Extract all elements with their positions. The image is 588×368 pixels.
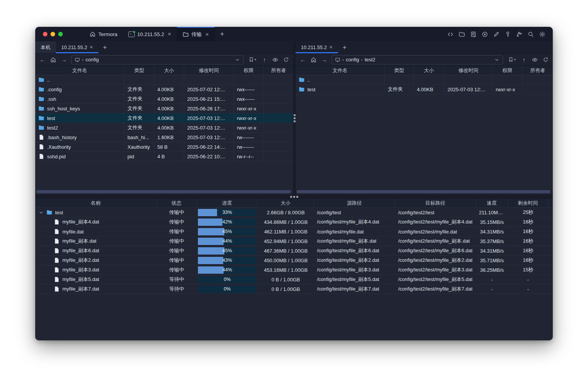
table-row[interactable]: .. [35,75,293,85]
refresh-button[interactable] [541,55,550,64]
column-header-mtime[interactable]: 修改时间 [444,66,493,75]
transfer-row[interactable]: myfile_副本5.dat 等待中 0% 0 B / 1.00GB /conf… [35,275,553,284]
transfer-table-header: 名称 状态 进度 大小 源路径 目标路径 速度 剩余时间 [35,199,553,208]
progress-bar: 0% [198,276,256,283]
status-badge: 传输中 [169,219,184,225]
branch-icon[interactable] [514,29,524,39]
column-header-owner[interactable]: 所有者 [523,66,553,75]
table-row[interactable]: test 文件夹 4.00KB 2025-07-03 12:... rwxr-x… [296,85,553,94]
record-icon[interactable] [479,29,490,39]
show-hidden-button[interactable] [530,55,540,64]
table-row-selected[interactable]: test 文件夹 4.00KB 2025-07-03 12:... rwxr-x… [35,113,293,123]
column-header-size[interactable]: 大小 [414,66,444,75]
right-horizontal-scrollbar[interactable] [297,190,550,193]
table-row[interactable]: .config 文件夹 4.00KB 2025-07-02 12:... rwx… [35,85,293,94]
table-row[interactable]: .bash_history bash_hi... 1.60KB 2025-07-… [35,133,293,142]
search-icon[interactable] [525,29,536,39]
tab-remote-left[interactable]: 10.211.55.2 ✕ [56,41,98,53]
scrollbar-thumb[interactable] [36,190,291,193]
tab-remote-right[interactable]: 10.211.55.2 ✕ [296,41,338,53]
chevron-down-icon[interactable] [494,57,500,62]
breadcrumb-segment[interactable]: config [346,57,359,62]
column-header-perm[interactable]: 权限 [493,66,523,75]
table-row[interactable]: test2 文件夹 4.00KB 2025-07-03 12:... rwxr-… [35,123,293,133]
transfer-row[interactable]: myfile_副本3.dat 传输中 44% 453.16MB / 1.00GB… [35,265,553,275]
back-button[interactable]: ← [298,55,308,64]
home-button[interactable] [48,55,58,64]
column-header-mtime[interactable]: 修改时间 [184,66,234,75]
column-header-name[interactable]: 名称 [35,199,157,207]
forward-button[interactable]: → [59,55,69,64]
breadcrumb-segment[interactable]: test2 [364,57,375,62]
bookmark-button[interactable]: ▾ [505,55,518,64]
key-icon[interactable] [502,29,513,39]
column-header-size[interactable]: 大小 [258,199,314,207]
left-new-tab-button[interactable]: + [98,41,111,53]
tab-home[interactable]: Termora [84,27,123,41]
transfer-row[interactable]: myfile_副本7.dat 等待中 0% 0 B / 1.00GB /conf… [35,284,553,294]
table-row[interactable]: .. [296,75,553,85]
transfer-row[interactable]: myfile_副本6.dat 传输中 45% 467.36MB / 1.00GB… [35,246,553,256]
column-header-status[interactable]: 状态 [157,199,197,207]
forward-button[interactable]: → [319,55,329,64]
right-breadcrumb[interactable]: › config › test2 [332,55,503,64]
up-directory-button[interactable]: ↑ [260,55,270,64]
left-horizontal-scrollbar[interactable] [36,190,291,193]
new-tab-button[interactable]: + [215,27,230,41]
table-row[interactable]: .ssh 文件夹 4.00KB 2025-06-21 15:... rwx---… [35,94,293,104]
column-header-eta[interactable]: 剩余时间 [508,199,548,207]
tab-server[interactable]: >_ 10.211.55.2 ✕ [123,27,177,41]
column-header-type[interactable]: 类型 [385,66,414,75]
home-button[interactable] [309,55,318,64]
right-new-tab-button[interactable]: + [338,41,351,53]
column-header-name[interactable]: 文件名 [35,66,124,75]
bookmark-button[interactable]: ▾ [246,55,259,64]
close-window-button[interactable] [43,32,47,36]
table-row[interactable]: .Xauthority Xauthority 58 B 2025-06-22 1… [35,142,293,152]
column-header-perm[interactable]: 权限 [234,66,264,75]
breadcrumb-segment[interactable]: config [85,57,99,62]
folder-icon [38,115,44,121]
up-directory-button[interactable]: ↑ [519,55,529,64]
column-header-size[interactable]: 大小 [154,66,184,75]
close-icon[interactable]: ✕ [205,32,209,37]
column-header-target[interactable]: 目标路径 [395,199,476,207]
edit-icon[interactable] [491,29,501,39]
transfer-row[interactable]: myfile_副本4.dat 传输中 42% 434.86MB / 1.00GB… [35,217,553,227]
column-header-name[interactable]: 文件名 [296,66,385,75]
column-header-owner[interactable]: 所有者 [264,66,293,75]
chevron-down-icon[interactable] [235,57,240,62]
transfer-row[interactable]: myfile_副本2.dat 传输中 43% 450.00MB / 1.00GB… [35,256,553,265]
status-badge: 传输中 [169,266,184,273]
close-icon[interactable]: ✕ [90,45,93,50]
show-hidden-button[interactable] [270,55,280,64]
horizontal-splitter[interactable] [35,195,553,199]
chevron-down-icon[interactable] [38,210,44,215]
transfer-row[interactable]: test 传输中 33% 2.66GB / 8.00GB /config/tes… [35,208,553,217]
minimize-window-button[interactable] [51,32,55,36]
settings-icon[interactable] [537,29,547,39]
refresh-button[interactable] [281,55,291,64]
close-icon[interactable]: ✕ [168,31,172,37]
code-icon[interactable] [445,29,456,39]
folder-icon[interactable] [456,29,467,39]
left-breadcrumb[interactable]: › config [71,55,243,64]
transfer-row[interactable]: myfile_副本.dat 传输中 44% 452.94MB / 1.00GB … [35,237,553,246]
back-button[interactable]: ← [38,55,47,64]
traffic-lights [35,27,70,41]
table-row[interactable]: sshd.pid pid 4 B 2025-06-22 10:... rw-r-… [35,152,293,161]
column-header-type[interactable]: 类型 [124,66,154,75]
log-icon[interactable] [468,29,479,39]
column-header-progress[interactable]: 进度 [197,199,258,207]
scrollbar-thumb[interactable] [297,190,550,193]
tab-transfer[interactable]: 传输 ✕ [177,27,215,41]
column-header-source[interactable]: 源路径 [314,199,395,207]
tab-local[interactable]: 本机 [35,41,56,53]
column-header-speed[interactable]: 速度 [476,199,508,207]
column-header-spacer [548,199,553,207]
right-table-header: 文件名 类型 大小 修改时间 权限 所有者 [296,66,553,75]
close-icon[interactable]: ✕ [329,45,333,50]
table-row[interactable]: ssh_host_keys 文件夹 4.00KB 2025-06-26 17:.… [35,104,293,113]
transfer-row[interactable]: myfile.dat 传输中 45% 462.11MB / 1.00GB /co… [35,227,553,237]
zoom-window-button[interactable] [58,32,63,36]
